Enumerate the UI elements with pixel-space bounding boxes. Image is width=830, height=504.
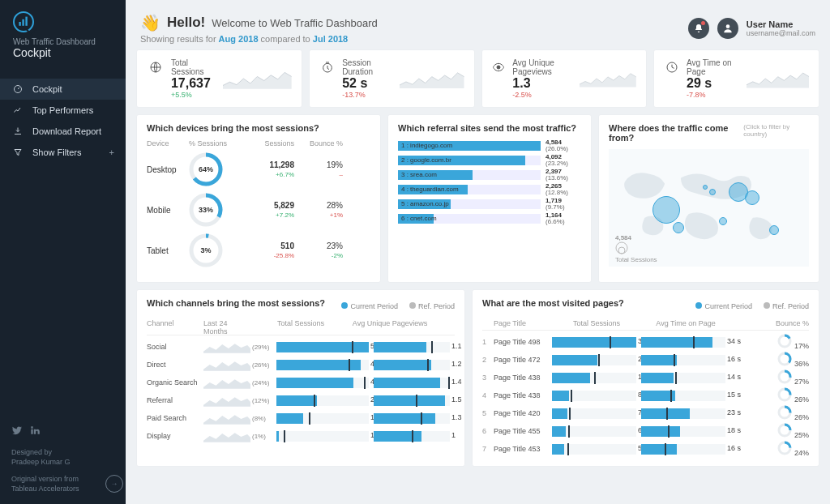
device-bounce: 23%-2% (294, 241, 343, 259)
map-hint: (Click to filter by country) (743, 123, 809, 149)
sidebar-item-top-performers[interactable]: Top Performers (0, 100, 126, 121)
twitter-icon[interactable] (11, 425, 23, 439)
svg-point-15 (616, 242, 627, 254)
device-name: Tablet (147, 246, 189, 255)
referral-value: 1,719(9.7%) (545, 198, 581, 211)
kpi-card[interactable]: Avg Unique Pageviews 1.3 -2.5% (482, 50, 647, 107)
bar-page-sessions: 708 (552, 408, 636, 419)
app-subtitle: Web Traffic Dashboard (13, 37, 96, 46)
avatar-icon[interactable] (717, 18, 738, 39)
linkedin-icon[interactable] (29, 425, 41, 439)
page-row[interactable]: 3 Page Title 438 1,764 14 s 27% (482, 369, 809, 387)
bar-pageviews: 1 (374, 431, 450, 442)
col-sessions: Sessions (237, 139, 294, 147)
kpi-value: 29 s (687, 76, 747, 91)
page-name: Page Title 455 (494, 427, 552, 435)
page-row[interactable]: 6 Page Title 455 645 18 s 25% (482, 422, 809, 440)
panel-channels: Which channels bring the most sessions? … (137, 290, 464, 466)
page-name: Page Title 453 (494, 445, 552, 453)
bar-page-sessions: 2,103 (552, 355, 636, 365)
bar-page-time: 18 s (641, 426, 725, 437)
channel-pct: (29%) (252, 344, 276, 351)
svg-rect-2 (25, 17, 27, 26)
page-row[interactable]: 5 Page Title 420 708 23 s 26% (482, 404, 809, 422)
sidebar: Web Traffic Dashboard Cockpit Cockpit To… (0, 0, 126, 504)
channel-name: Display (147, 432, 203, 440)
channel-row[interactable]: Organic Search (24%) 4,206 1.4 (147, 374, 455, 391)
download-icon (11, 126, 24, 136)
bar-page-sessions: 645 (552, 426, 636, 437)
kpi-card[interactable]: Total Sessions 17,637 +5.5% (137, 50, 302, 107)
device-row[interactable]: Mobile 33% 5,829+7.2% 28%+1% (147, 193, 370, 227)
kpi-value: 17,637 (171, 76, 223, 91)
referral-row[interactable]: 3 : srea.com 2,397(13.6%) (398, 169, 581, 182)
device-row[interactable]: Desktop 64% 11,298+6.7% 19%– (147, 152, 370, 186)
page-row[interactable]: 1 Page Title 498 3,918 34 s 17% (482, 333, 809, 351)
notifications-button[interactable] (688, 18, 709, 39)
page-row[interactable]: 4 Page Title 438 801 15 s 26% (482, 387, 809, 404)
referral-row[interactable]: 4 : theguardian.com 2,265(12.8%) (398, 183, 581, 196)
channel-row[interactable]: Social (29%) 5,049 1.1 (147, 338, 455, 356)
col-pct: % Sessions (189, 139, 237, 147)
bar-page-time: 14 s (641, 373, 725, 383)
referral-value: 2,265(12.8%) (545, 183, 581, 196)
col-page-bounce: Bounce % (730, 319, 809, 327)
bar-page-time: 16 s (641, 355, 725, 365)
period-subtitle: Showing results for Aug 2018 compared to… (140, 34, 378, 44)
channels-title: Which channels bring the most sessions? (147, 298, 325, 308)
filter-icon (11, 147, 24, 157)
bar-page-sessions: 582 (552, 444, 636, 455)
channel-name: Paid Search (147, 414, 203, 422)
device-sessions: 510-25.8% (237, 241, 294, 259)
hello-text: Hello! (167, 15, 205, 31)
world-map[interactable]: 4,584 Total Sessions (609, 149, 809, 267)
sidebar-item-show-filters[interactable]: Show Filters + (0, 142, 126, 163)
sparkline (203, 376, 252, 389)
channel-pct: (26%) (252, 361, 276, 369)
channel-row[interactable]: Paid Search (8%) 1,479 1.3 (147, 409, 455, 427)
sidebar-item-label: Cockpit (32, 84, 62, 94)
col-last24: Last 24 Months (203, 319, 252, 332)
sparkline (203, 358, 252, 371)
user-email: username@mail.com (747, 29, 815, 37)
sidebar-item-label: Show Filters (32, 147, 82, 157)
pages-title: What are the most visited pages? (482, 298, 624, 308)
referral-row[interactable]: 2 : google.com.br 4,092(23.2%) (398, 154, 581, 167)
kpi-card[interactable]: Avg Time on Page 29 s -7.8% (654, 50, 819, 107)
device-name: Desktop (147, 165, 189, 174)
map-title: Where does the traffic come from? (609, 123, 743, 143)
col-pv: Avg Unique Pageviews (349, 319, 430, 332)
page-row[interactable]: 2 Page Title 472 2,103 16 s 36% (482, 351, 809, 369)
kpi-label: Total Sessions (171, 58, 223, 76)
bar-sessions: 2,199 (276, 395, 369, 406)
logo: Web Traffic Dashboard Cockpit (0, 0, 126, 66)
referral-row[interactable]: 5 : amazon.co.jp 1,719(9.7%) (398, 198, 581, 211)
channel-pct: (24%) (252, 379, 276, 387)
referral-row[interactable]: 6 : cnet.com 1,164(6.6%) (398, 212, 581, 225)
page-row[interactable]: 7 Page Title 453 582 16 s 24% (482, 440, 809, 458)
next-arrow-icon[interactable]: → (105, 475, 123, 493)
channel-row[interactable]: Display (1%) 120 1 (147, 427, 455, 445)
bar-sessions: 120 (276, 431, 369, 442)
bar-page-sessions: 1,764 (552, 373, 636, 383)
user-info[interactable]: User Name username@mail.com (747, 19, 815, 37)
kpi-card[interactable]: Session Duration 52 s -13.7% (310, 50, 474, 107)
channel-row[interactable]: Direct (26%) 4,584 1.2 (147, 356, 455, 374)
sidebar-item-cockpit[interactable]: Cockpit (0, 79, 126, 100)
sidebar-item-download-report[interactable]: Download Report (0, 121, 126, 142)
channel-row[interactable]: Referral (12%) 2,199 1.5 (147, 391, 455, 409)
panel-pages: What are the most visited pages? Current… (473, 290, 819, 466)
bar-pageviews: 1.1 (374, 342, 450, 352)
device-row[interactable]: Tablet 3% 510-25.8% 23%-2% (147, 233, 370, 267)
credit-designed: Designed by Pradeep Kumar G (11, 447, 114, 468)
app-title: Cockpit (13, 46, 51, 59)
bar-sessions: 1,479 (276, 413, 369, 424)
svg-rect-1 (22, 19, 24, 26)
kpi-label: Avg Unique Pageviews (512, 58, 580, 76)
device-sessions: 11,298+6.7% (237, 160, 294, 178)
kpi-value: 1.3 (512, 76, 580, 91)
channel-pct: (1%) (252, 433, 276, 440)
bar-sessions: 4,206 (276, 378, 369, 388)
page-rank: 7 (482, 445, 494, 453)
referral-row[interactable]: 1 : indiegogo.com 4,584(26.0%) (398, 139, 581, 152)
